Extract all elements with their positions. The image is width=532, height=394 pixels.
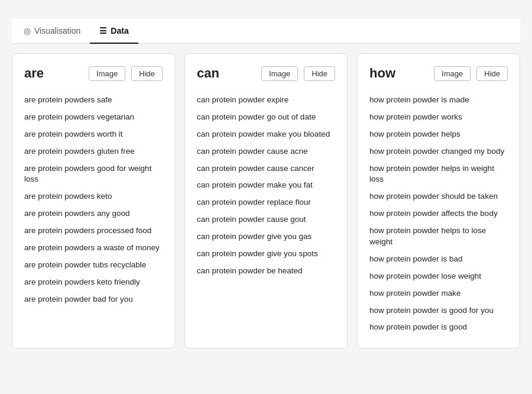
query-item[interactable]: can protein powder give you spots: [197, 246, 335, 263]
image-button-are[interactable]: Image: [89, 66, 125, 81]
query-item[interactable]: how protein powder is good: [369, 319, 508, 336]
query-item[interactable]: how protein powder is bad: [369, 251, 508, 268]
query-item[interactable]: can protein powder be heated: [197, 263, 335, 280]
query-item[interactable]: are protein powders gluten free: [24, 143, 163, 160]
column-header-are: areImageHide: [24, 66, 163, 81]
query-item[interactable]: how protein powder make: [369, 285, 508, 302]
column-can: canImageHidecan protein powder expirecan…: [184, 53, 348, 348]
query-item[interactable]: can protein powder expire: [197, 92, 335, 109]
column-how: howImageHidehow protein powder is madeho…: [357, 53, 520, 348]
query-item[interactable]: are protein powders a waste of money: [24, 240, 163, 257]
query-list-how: how protein powder is madehow protein po…: [369, 92, 508, 336]
query-item[interactable]: are protein powders worth it: [24, 126, 163, 143]
query-item[interactable]: are protein powder bad for you: [24, 291, 163, 308]
query-item[interactable]: can protein powder cause gout: [197, 211, 335, 228]
query-item[interactable]: are protein powders safe: [24, 92, 163, 109]
query-item[interactable]: can protein powder make you bloated: [197, 126, 335, 143]
query-item[interactable]: can protein powder cause cancer: [197, 160, 335, 177]
query-item[interactable]: how protein powder is made: [369, 92, 508, 109]
query-item[interactable]: can protein powder replace flour: [197, 194, 335, 211]
image-button-can[interactable]: Image: [261, 66, 298, 81]
tab-data[interactable]: ☰Data: [90, 19, 138, 44]
query-item[interactable]: are protein powders keto friendly: [24, 274, 163, 291]
column-header-can: canImageHide: [197, 66, 335, 81]
query-item[interactable]: how protein powder lose weight: [369, 268, 508, 285]
hide-button-are[interactable]: Hide: [131, 66, 163, 81]
query-item[interactable]: are protein powders processed food: [24, 222, 163, 240]
query-item[interactable]: are protein powders vegetarian: [24, 109, 163, 126]
query-list-are: are protein powders safeare protein powd…: [24, 92, 163, 308]
visualisation-tab-label: Visualisation: [34, 26, 80, 35]
data-tab-icon: ☰: [99, 26, 107, 35]
query-item[interactable]: how protein powder is good for you: [369, 302, 508, 319]
query-item[interactable]: can protein powder give you gas: [197, 228, 335, 246]
columns-container: areImageHideare protein powders safeare …: [12, 53, 520, 348]
column-header-how: howImageHide: [369, 66, 508, 81]
query-item[interactable]: how protein powder helps in weight loss: [369, 160, 508, 189]
image-button-how[interactable]: Image: [434, 66, 471, 81]
query-item[interactable]: how protein powder works: [369, 109, 508, 126]
query-item[interactable]: can protein powder make you fat: [197, 177, 335, 194]
query-item[interactable]: can protein powder go out of date: [197, 109, 335, 126]
column-title-can: can: [197, 66, 255, 81]
query-item[interactable]: how protein powder helps to lose weight: [369, 222, 508, 251]
tab-visualisation[interactable]: ◎Visualisation: [14, 19, 90, 44]
column-title-how: how: [369, 66, 428, 81]
hide-button-can[interactable]: Hide: [304, 66, 335, 81]
column-title-are: are: [24, 66, 83, 81]
query-item[interactable]: can protein powder cause acne: [197, 143, 335, 160]
column-are: areImageHideare protein powders safeare …: [12, 53, 175, 348]
query-list-can: can protein powder expirecan protein pow…: [197, 92, 335, 280]
query-item[interactable]: are protein powders any good: [24, 205, 163, 222]
query-item[interactable]: how protein powder changed my body: [369, 143, 508, 160]
query-item[interactable]: are protein powder tubs recyclable: [24, 257, 163, 274]
tabs-bar: ◎Visualisation☰Data: [12, 19, 520, 44]
query-item[interactable]: are protein powders good for weight loss: [24, 160, 163, 189]
query-item[interactable]: how protein powder affects the body: [369, 205, 508, 222]
query-item[interactable]: how protein powder should be taken: [369, 188, 508, 205]
query-item[interactable]: how protein powder helps: [369, 126, 508, 143]
data-tab-label: Data: [111, 26, 128, 35]
hide-button-how[interactable]: Hide: [476, 66, 508, 81]
visualisation-tab-icon: ◎: [24, 26, 31, 35]
query-item[interactable]: are protein powders keto: [24, 188, 163, 205]
